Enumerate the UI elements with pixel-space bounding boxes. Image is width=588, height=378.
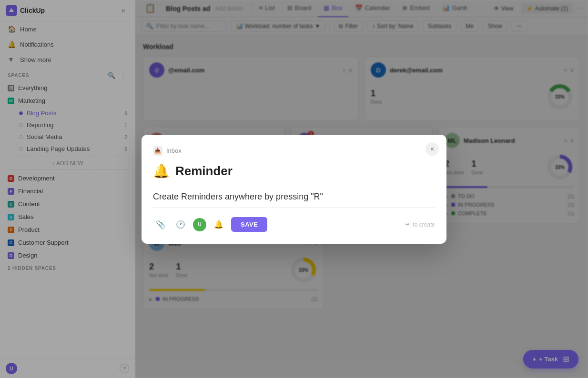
clock-button[interactable]: 🕐: [173, 217, 188, 232]
reminder-input-text: Create Reminders anywhere by pressing "R…: [153, 192, 323, 201]
reminder-title: Reminder: [175, 164, 233, 179]
attachment-button[interactable]: 📎: [153, 217, 168, 232]
inbox-label: Inbox: [166, 147, 182, 154]
hint-key: ↵: [406, 221, 410, 228]
reminder-modal: 📥 Inbox × 🔔 Reminder Create Reminders an…: [142, 135, 446, 244]
reminder-input[interactable]: Create Reminders anywhere by pressing "R…: [153, 187, 435, 208]
save-button[interactable]: SAVE: [231, 217, 267, 232]
hint-text: to create: [413, 221, 435, 228]
modal-close-button[interactable]: ×: [426, 142, 439, 156]
bell-button[interactable]: 🔔: [211, 217, 226, 232]
inbox-icon: 📥: [153, 146, 162, 156]
modal-input-wrapper: Create Reminders anywhere by pressing "R…: [153, 187, 435, 208]
reminder-modal-overlay[interactable]: 📥 Inbox × 🔔 Reminder Create Reminders an…: [0, 0, 588, 378]
modal-reminder-header: 🔔 Reminder: [153, 163, 435, 179]
close-icon: ×: [430, 145, 434, 153]
reminder-emoji: 🔔: [153, 163, 170, 179]
modal-hint: ↵ to create: [406, 221, 435, 228]
modal-footer: 📎 🕐 U 🔔 SAVE ↵ to create: [153, 217, 435, 232]
modal-header: 📥 Inbox: [153, 146, 435, 156]
assignee-button[interactable]: U: [193, 218, 206, 231]
